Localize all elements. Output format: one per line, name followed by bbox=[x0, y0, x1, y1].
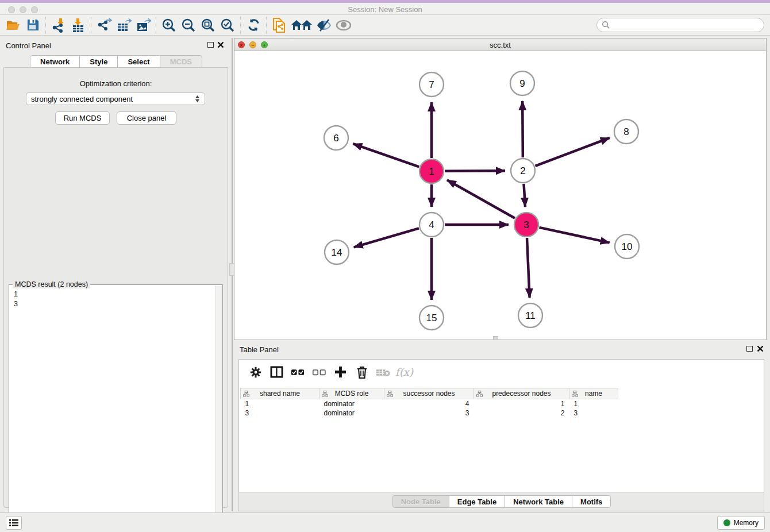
zoom-fit-icon bbox=[201, 18, 215, 33]
float-panel-icon[interactable] bbox=[746, 346, 753, 352]
zoom-out-button[interactable] bbox=[179, 17, 198, 34]
close-panel-button[interactable]: Close panel bbox=[117, 111, 176, 125]
node-label-2: 2 bbox=[520, 165, 525, 176]
zoom-selected-button[interactable] bbox=[218, 17, 237, 34]
column-header-shared-name[interactable]: shared name bbox=[241, 388, 319, 399]
function-builder-button[interactable]: f(x) bbox=[394, 363, 415, 382]
tab-node-table[interactable]: Node Table bbox=[392, 495, 449, 508]
table-panel-title: Table Panel bbox=[240, 345, 279, 354]
toggle-visibility-button[interactable] bbox=[314, 17, 334, 34]
apply-layout-button[interactable] bbox=[244, 17, 263, 34]
network-view-window[interactable]: × − + scc.txt 7968124314101511 bbox=[234, 38, 767, 340]
float-panel-icon[interactable] bbox=[207, 42, 214, 48]
cell[interactable]: 2 bbox=[474, 408, 569, 418]
cell[interactable]: dominator bbox=[319, 408, 384, 418]
memory-button[interactable]: Memory bbox=[717, 516, 765, 530]
zoom-fit-button[interactable] bbox=[198, 17, 218, 34]
import-table-button[interactable] bbox=[68, 17, 88, 34]
column-header-predecessor-nodes[interactable]: predecessor nodes bbox=[474, 388, 569, 399]
cell[interactable]: 1 bbox=[569, 399, 618, 408]
run-mcds-button[interactable]: Run MCDS bbox=[55, 111, 110, 125]
toolbar-separator bbox=[156, 17, 156, 34]
home-button[interactable] bbox=[289, 17, 314, 34]
cell[interactable]: 1 bbox=[241, 399, 319, 408]
tab-style[interactable]: Style bbox=[79, 55, 118, 68]
cell[interactable]: dominator bbox=[319, 399, 384, 408]
search-box[interactable] bbox=[596, 18, 764, 32]
tab-motifs[interactable]: Motifs bbox=[572, 495, 611, 508]
delete-table-icon bbox=[376, 368, 390, 377]
task-history-button[interactable] bbox=[6, 516, 22, 530]
window-resize-handle[interactable] bbox=[493, 336, 498, 340]
column-header-successor-nodes[interactable]: successor nodes bbox=[384, 388, 474, 399]
close-panel-icon[interactable] bbox=[217, 41, 224, 48]
checked-boxes-icon bbox=[291, 369, 305, 376]
eye-disabled-icon bbox=[336, 19, 352, 32]
node-label-1: 1 bbox=[429, 166, 434, 177]
export-image-icon bbox=[136, 18, 151, 33]
result-scrollbar[interactable] bbox=[215, 286, 222, 532]
edge-2-8[interactable] bbox=[536, 138, 610, 166]
show-graphics-details-button[interactable] bbox=[334, 17, 353, 34]
edge-1-2[interactable] bbox=[445, 171, 505, 171]
cell[interactable]: 3 bbox=[241, 408, 319, 418]
tab-mcds[interactable]: MCDS bbox=[160, 55, 202, 68]
zoom-selected-icon bbox=[220, 18, 235, 33]
edge-1-6[interactable] bbox=[353, 144, 419, 167]
edge-2-9[interactable] bbox=[522, 101, 523, 157]
node-table[interactable]: shared nameMCDS rolesuccessor nodesprede… bbox=[240, 388, 618, 418]
optimization-criterion-select[interactable]: strongly connected component bbox=[26, 92, 205, 105]
cell[interactable]: 3 bbox=[384, 408, 474, 418]
edge-4-14[interactable] bbox=[354, 228, 419, 247]
table-settings-button[interactable] bbox=[245, 363, 266, 382]
export-image-button[interactable] bbox=[133, 17, 153, 34]
houses-icon bbox=[291, 19, 313, 32]
memory-label: Memory bbox=[734, 519, 759, 527]
toolbar-separator bbox=[45, 17, 46, 34]
export-network-button[interactable] bbox=[94, 17, 114, 34]
zoom-in-icon bbox=[161, 18, 176, 33]
delete-column-button[interactable] bbox=[351, 363, 372, 382]
deselect-all-button[interactable] bbox=[309, 363, 330, 382]
edge-3-1[interactable] bbox=[447, 180, 515, 218]
import-table-icon bbox=[71, 18, 86, 33]
table-row[interactable]: 1dominator411 bbox=[241, 399, 618, 408]
edge-3-10[interactable] bbox=[539, 228, 609, 243]
control-panel-header: Control Panel bbox=[0, 38, 232, 53]
table-toolbar: f(x) bbox=[239, 360, 764, 384]
export-table-button[interactable] bbox=[114, 17, 133, 34]
fx-icon: f(x) bbox=[395, 366, 413, 378]
node-label-15: 15 bbox=[426, 313, 437, 323]
cell[interactable]: 1 bbox=[474, 399, 569, 408]
search-input[interactable] bbox=[610, 21, 754, 29]
toolbar-separator bbox=[91, 17, 91, 34]
import-network-button[interactable] bbox=[49, 17, 68, 34]
table-row[interactable]: 3dominator323 bbox=[241, 408, 618, 418]
columns-icon bbox=[270, 366, 283, 378]
network-graph-canvas[interactable]: 7968124314101511 bbox=[234, 51, 766, 340]
table-tabs-strip: Node TableEdge TableNetwork TableMotifs bbox=[238, 492, 764, 511]
column-layout-button[interactable] bbox=[266, 363, 287, 382]
select-all-button[interactable] bbox=[287, 363, 309, 382]
mcds-result-box: MCDS result (2 nodes) 1 3 bbox=[9, 284, 223, 532]
node-label-6: 6 bbox=[333, 133, 338, 144]
edge-3-11[interactable] bbox=[527, 238, 530, 298]
network-from-file-button[interactable] bbox=[270, 17, 289, 34]
cell[interactable]: 3 bbox=[569, 408, 618, 418]
open-session-button[interactable] bbox=[3, 17, 23, 34]
column-header-MCDS-role[interactable]: MCDS role bbox=[319, 388, 384, 399]
cell[interactable]: 4 bbox=[384, 399, 474, 408]
tab-network-table[interactable]: Network Table bbox=[505, 495, 572, 508]
delete-table-button[interactable] bbox=[372, 363, 394, 382]
tab-select[interactable]: Select bbox=[117, 55, 160, 68]
add-column-button[interactable] bbox=[330, 363, 351, 382]
tab-edge-table[interactable]: Edge Table bbox=[449, 495, 505, 508]
column-header-name[interactable]: name bbox=[569, 388, 618, 399]
edge-2-3[interactable] bbox=[523, 184, 525, 207]
window-title: Session: New Session bbox=[0, 5, 770, 14]
tab-network[interactable]: Network bbox=[30, 55, 80, 68]
close-panel-icon[interactable] bbox=[757, 345, 764, 352]
zoom-in-button[interactable] bbox=[159, 17, 179, 34]
node-label-4: 4 bbox=[429, 219, 434, 230]
save-session-button[interactable] bbox=[23, 17, 43, 34]
